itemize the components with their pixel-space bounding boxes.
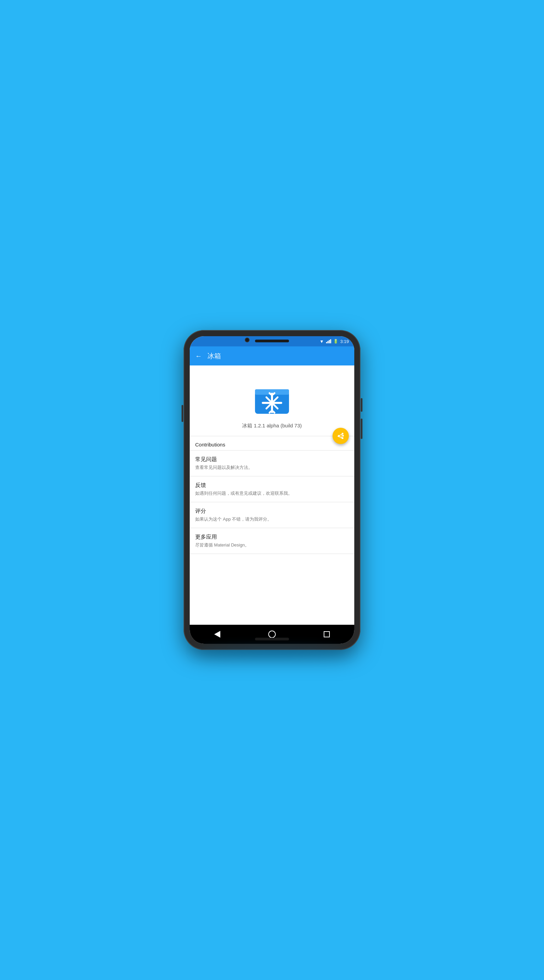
app-icon [252,376,292,417]
feedback-title: 反馈 [195,482,349,489]
volume-up-button[interactable] [361,398,362,412]
speaker-top [255,340,289,342]
app-version: 冰箱 1.2.1 alpha (build 73) [242,423,301,429]
speaker-bottom [255,638,289,640]
feedback-subtitle: 如遇到任何问题，或有意见或建议，欢迎联系我。 [195,490,349,496]
menu-list: Contributions 常见问题 查看常见问题以及解决方法。 反馈 如遇到任… [190,436,354,554]
wifi-icon: ▼ [320,339,324,344]
nav-bar [190,625,354,644]
phone-screen: ▼ 🔋 3:19 ← 冰箱 [190,336,354,644]
share-fab[interactable]: ◁• [333,428,349,444]
recents-nav-button[interactable] [320,627,333,641]
back-button[interactable]: ← [195,352,202,360]
back-nav-button[interactable] [211,627,224,641]
watermark: 2265.com [336,620,352,624]
rating-subtitle: 如果认为这个 App 不错，请为我评分。 [195,516,349,522]
faq-item[interactable]: 常见问题 查看常见问题以及解决方法。 [190,450,354,476]
status-icons: ▼ 🔋 3:19 [320,339,349,344]
app-bar: ← 冰箱 [190,347,354,366]
faq-subtitle: 查看常见问题以及解决方法。 [195,465,349,471]
rating-title: 评分 [195,508,349,515]
signal-icon [326,339,331,343]
status-time: 3:19 [340,339,349,344]
camera [245,337,249,342]
more-apps-item[interactable]: 更多应用 尽皆遵循 Material Design。 [190,528,354,554]
power-button[interactable] [182,405,183,422]
volume-down-button[interactable] [361,418,362,439]
app-info-section: 冰箱 1.2.1 alpha (build 73) ◁• [190,366,354,436]
faq-title: 常见问题 [195,456,349,463]
app-bar-title: 冰箱 [208,352,221,361]
battery-icon: 🔋 [333,339,338,344]
more-apps-title: 更多应用 [195,533,349,541]
feedback-item[interactable]: 反馈 如遇到任何问题，或有意见或建议，欢迎联系我。 [190,476,354,502]
rating-item[interactable]: 评分 如果认为这个 App 不错，请为我评分。 [190,502,354,528]
more-apps-subtitle: 尽皆遵循 Material Design。 [195,542,349,548]
phone-frame: ▼ 🔋 3:19 ← 冰箱 [184,330,360,650]
contributions-header: Contributions [190,436,354,450]
content-area: 冰箱 1.2.1 alpha (build 73) ◁• Contributio… [190,366,354,625]
